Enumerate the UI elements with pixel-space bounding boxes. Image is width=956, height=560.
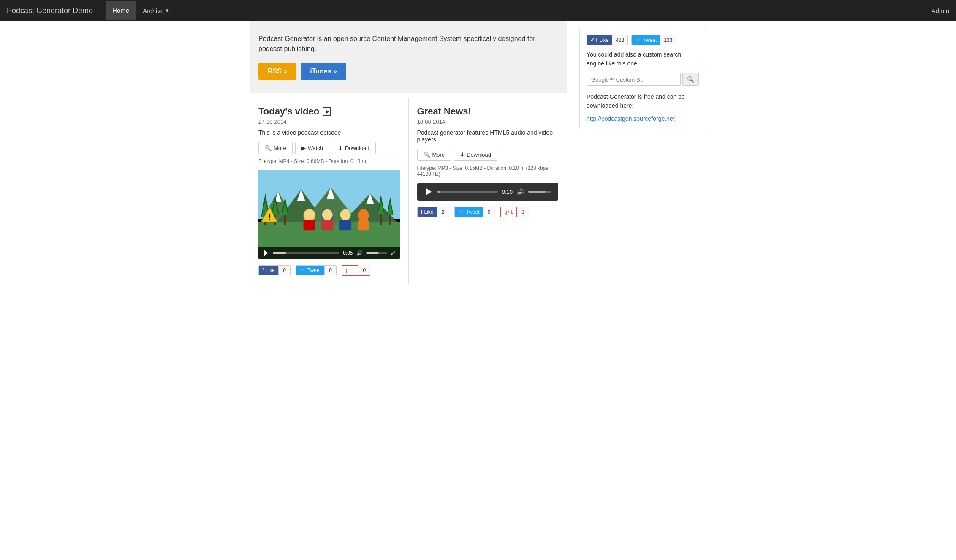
search-button[interactable]: 🔍	[682, 73, 699, 86]
chevron-down-icon: ▾	[166, 7, 169, 14]
play-icon: ▶	[301, 145, 306, 151]
fb-icon: ✓ f	[590, 37, 598, 43]
svg-marker-38	[426, 188, 432, 196]
episode-2-download-button[interactable]: ⬇ Download	[454, 149, 497, 161]
fb-like-label[interactable]: ✓ f Like	[587, 35, 612, 45]
sidebar-tweet[interactable]: 🐦 Tweet 133	[631, 35, 676, 45]
episode-1-fb-like[interactable]: f Like 0	[258, 265, 291, 275]
episode-1-download-button[interactable]: ⬇ Download	[332, 142, 376, 154]
fb-like-label[interactable]: f Like	[259, 266, 278, 275]
fb-icon: f	[262, 267, 264, 273]
episode-1-like-count: 0	[278, 266, 290, 275]
main-content: Podcast Generator is an open source Cont…	[250, 21, 567, 284]
video-progress-bar[interactable]	[273, 252, 339, 254]
admin-link[interactable]: Admin	[931, 7, 949, 14]
nav-archive[interactable]: Archive ▾	[136, 1, 176, 20]
svg-rect-27	[304, 220, 315, 230]
characters-svg	[258, 202, 400, 236]
audio-progress-bar[interactable]	[437, 191, 498, 193]
audio-volume-fill	[528, 191, 546, 193]
nav-links: Home Archive ▾	[106, 1, 176, 20]
gplus-label[interactable]: g+1	[342, 265, 358, 275]
hero-section: Podcast Generator is an open source Cont…	[250, 21, 567, 93]
episode-2-desc: Podcast generator features HTML5 audio a…	[417, 129, 559, 143]
sidebar-fb-like[interactable]: ✓ f Like 483	[587, 35, 628, 45]
tw-tweet-label[interactable]: 🐦 Tweet	[632, 35, 660, 45]
search-icon: 🔍	[424, 152, 430, 158]
download-icon: ⬇	[460, 152, 464, 158]
search-input[interactable]	[587, 73, 681, 86]
audio-progress-fill	[437, 191, 440, 193]
svg-point-35	[359, 209, 368, 220]
itunes-button[interactable]: iTunes »	[301, 63, 346, 80]
audio-volume-bar[interactable]	[528, 191, 551, 193]
video-time: 0:05	[343, 250, 353, 256]
episode-1-actions: 🔍 More ▶ Watch ⬇ Download	[258, 142, 400, 154]
hero-description: Podcast Generator is an open source Cont…	[258, 34, 558, 54]
sidebar-social: ✓ f Like 483 🐦 Tweet 133	[587, 35, 699, 45]
episode-2-tweet-count: 0	[483, 207, 495, 217]
episode-2-tweet[interactable]: 🐦 Tweet 0	[454, 207, 495, 217]
episode-2-title: Great News!	[417, 106, 559, 117]
tw-tweet-label[interactable]: 🐦 Tweet	[455, 207, 483, 217]
episode-1-gplus[interactable]: g+1 0	[342, 265, 370, 276]
audio-volume-icon: 🔊	[517, 188, 524, 195]
page-wrap: Podcast Generator is an open source Cont…	[246, 21, 710, 284]
episode-2-date: 10-08-2014	[417, 119, 559, 125]
episode-1-meta: Filetype: MP4 - Size: 0.86MB - Duration:…	[258, 158, 400, 164]
episode-2-fb-like[interactable]: f Like 2	[417, 207, 449, 217]
video-icon	[323, 107, 331, 116]
episodes-row: Today's video 27-10-2014 This is a video…	[250, 93, 567, 284]
audio-time: 0:10	[502, 189, 513, 195]
episode-1-tweet[interactable]: 🐦 Tweet 0	[296, 265, 337, 275]
hero-buttons: RSS » iTunes »	[258, 63, 558, 80]
episode-1-title: Today's video	[258, 106, 400, 117]
episode-2-more-button[interactable]: 🔍 More	[417, 149, 451, 161]
svg-rect-30	[321, 220, 333, 230]
brand-name: Podcast Generator Demo	[7, 6, 93, 15]
episode-2-like-count: 2	[437, 207, 449, 217]
video-thumbnail: !	[258, 170, 400, 259]
video-play-button[interactable]	[263, 250, 269, 256]
episode-1-tweet-count: 0	[324, 266, 336, 275]
episode-1-watch-button[interactable]: ▶ Watch	[295, 142, 329, 154]
video-player[interactable]: !	[258, 170, 400, 259]
svg-point-29	[322, 209, 333, 220]
episode-1-desc: This is a video podcast episode	[258, 129, 400, 136]
episode-2-meta: Filetype: MP3 - Size: 0.15MB - Duration:…	[417, 165, 559, 177]
svg-point-26	[304, 209, 315, 220]
download-icon: ⬇	[338, 145, 343, 151]
sidebar-download-link[interactable]: http://podcastgen.sourceforge.net	[587, 115, 699, 122]
tw-icon: 🐦	[635, 37, 641, 43]
svg-rect-33	[339, 220, 351, 230]
episode-1-gplus-count: 0	[358, 266, 370, 275]
episode-1: Today's video 27-10-2014 This is a video…	[250, 98, 409, 284]
download-link-anchor[interactable]: http://podcastgen.sourceforge.net	[587, 115, 675, 122]
nav-home[interactable]: Home	[106, 1, 136, 20]
sidebar-widget: ✓ f Like 483 🐦 Tweet 133 You could add a…	[579, 28, 706, 129]
sidebar-desc1: You could add also a custom search engin…	[587, 50, 699, 68]
audio-player[interactable]: 0:10 🔊	[417, 183, 559, 201]
sidebar-like-count: 483	[612, 35, 627, 45]
tw-tweet-label[interactable]: 🐦 Tweet	[296, 266, 324, 275]
video-controls[interactable]: 0:05 🔊 ⤢	[258, 247, 400, 259]
episode-2-gplus[interactable]: g+1 3	[500, 207, 529, 217]
episode-1-more-button[interactable]: 🔍 More	[258, 142, 293, 154]
sidebar-desc2: Podcast Generator is free and can be dow…	[587, 92, 699, 110]
video-fullscreen-button[interactable]: ⤢	[391, 250, 396, 256]
video-progress-fill	[273, 252, 286, 254]
episode-1-social: f Like 0 🐦 Tweet 0 g+1 0	[258, 265, 400, 276]
video-volume-bar[interactable]	[366, 252, 387, 254]
rss-button[interactable]: RSS »	[258, 63, 296, 80]
episode-2-actions: 🔍 More ⬇ Download	[417, 149, 559, 161]
gplus-label[interactable]: g+1	[501, 207, 517, 217]
audio-play-button[interactable]	[424, 187, 433, 196]
search-icon: 🔍	[265, 145, 272, 151]
episode-1-date: 27-10-2014	[258, 119, 400, 125]
fb-like-label[interactable]: f Like	[418, 207, 437, 217]
svg-point-32	[340, 209, 351, 220]
navbar: Podcast Generator Demo Home Archive ▾ Ad…	[0, 0, 956, 21]
sidebar-tweet-count: 133	[660, 35, 676, 45]
episode-2: Great News! 10-08-2014 Podcast generator…	[409, 98, 567, 284]
fb-icon: f	[421, 209, 423, 215]
